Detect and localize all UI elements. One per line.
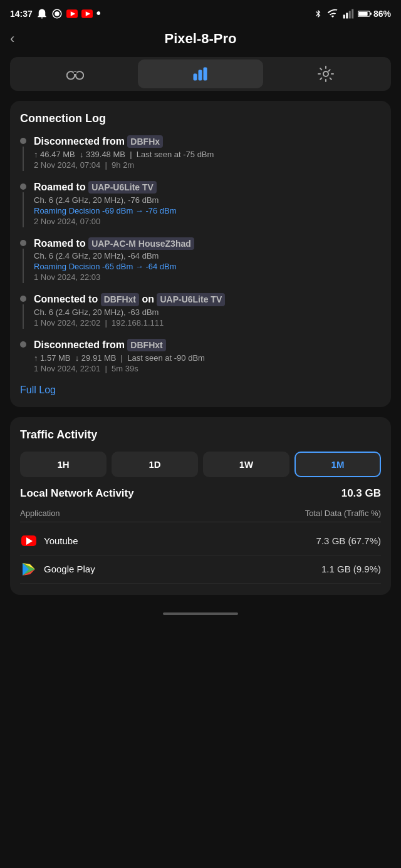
traffic-activity-title: Traffic Activity <box>20 428 381 442</box>
status-bar: 14:37 • 86% <box>0 0 401 24</box>
youtube2-status-icon <box>81 9 93 18</box>
googleplay-app-name: Google Play <box>44 564 321 574</box>
log-date-3: 1 Nov 2024, 22:03 <box>34 272 381 282</box>
wifi-icon <box>326 8 339 19</box>
log-title-3: Roamed to UAP-AC-M HouseZ3had <box>34 237 381 251</box>
log-line-4 <box>23 304 24 329</box>
svg-rect-6 <box>346 13 348 18</box>
col-data: Total Data (Traffic %) <box>305 509 381 518</box>
full-log-link[interactable]: Full Log <box>20 385 381 396</box>
youtube-play-icon <box>21 535 36 546</box>
status-left: 14:37 • <box>10 6 101 21</box>
local-network-header: Local Network Activity 10.3 GB <box>20 487 381 500</box>
log-roaming-3: Roaming Decision -65 dBm → -64 dBm <box>34 262 381 271</box>
log-dot-1 <box>20 138 26 144</box>
notification-icon <box>36 8 48 19</box>
log-type-1: Disconnected from <box>34 136 127 147</box>
signal-icon <box>343 8 354 19</box>
log-content-3: Roamed to UAP-AC-M HouseZ3had Ch. 6 (2.4… <box>34 237 381 284</box>
local-network-value: 10.3 GB <box>341 487 381 500</box>
dot-indicator: • <box>96 6 101 21</box>
log-item-4: Connected to DBFHxt on UAP-U6Lite TV Ch.… <box>20 293 381 329</box>
page-title: Pixel-8-Pro <box>165 31 237 47</box>
log-stats-5: ↑ 1.57 MB ↓ 29.91 MB | Last seen at -90 … <box>34 353 381 363</box>
log-item-2: Roamed to UAP-U6Lite TV Ch. 6 (2.4 GHz, … <box>20 181 381 227</box>
bottom-handle <box>0 605 401 623</box>
filter-1h[interactable]: 1H <box>20 452 107 477</box>
log-ssid-on-4: UAP-U6Lite TV <box>157 293 225 306</box>
log-channel-3: Ch. 6 (2.4 GHz, 20 MHz), -64 dBm <box>34 251 381 261</box>
youtube-app-name: Youtube <box>44 535 316 546</box>
log-dot-col-1 <box>20 135 26 171</box>
log-dot-2 <box>20 183 26 190</box>
log-stats-1: ↑ 46.47 MB ↓ 339.48 MB | Last seen at -7… <box>34 150 381 159</box>
log-dot-col-4 <box>20 293 26 329</box>
filter-1m[interactable]: 1M <box>294 452 381 477</box>
svg-rect-5 <box>343 14 345 18</box>
log-dot-4 <box>20 296 26 302</box>
handle-bar <box>163 612 238 615</box>
log-ssid-1: DBFHx <box>127 135 163 148</box>
youtube-app-data: 7.3 GB (67.7%) <box>316 535 381 546</box>
svg-rect-14 <box>74 72 77 74</box>
battery-icon <box>358 10 372 18</box>
status-right: 86% <box>314 8 391 19</box>
log-ssid-4: DBFHxt <box>101 293 139 306</box>
log-channel-2: Ch. 6 (2.4 GHz, 20 MHz), -76 dBm <box>34 195 381 205</box>
filter-1w[interactable]: 1W <box>203 452 289 477</box>
traffic-activity-card: Traffic Activity 1H 1D 1W 1M Local Netwo… <box>10 417 391 595</box>
app-row-youtube: Youtube 7.3 GB (67.7%) <box>20 527 381 555</box>
googleplay-icon <box>20 561 38 578</box>
log-channel-4: Ch. 6 (2.4 GHz, 20 MHz), -63 dBm <box>34 307 381 317</box>
log-ssid-3: UAP-AC-M HouseZ3had <box>88 237 194 250</box>
log-date-1: 2 Nov 2024, 07:04 | 9h 2m <box>34 160 381 170</box>
tab-chart[interactable] <box>138 59 263 88</box>
filter-1d[interactable]: 1D <box>112 452 198 477</box>
battery-indicator: 86% <box>358 9 391 19</box>
log-type-4: Connected to <box>34 294 101 304</box>
tab-settings[interactable] <box>263 59 388 88</box>
connection-log-title: Connection Log <box>20 112 381 125</box>
log-item-3: Roamed to UAP-AC-M HouseZ3had Ch. 6 (2.4… <box>20 237 381 284</box>
log-roaming-2: Roaming Decision -69 dBm → -76 dBm <box>34 206 381 215</box>
log-dot-5 <box>20 341 26 348</box>
youtube-status-icon <box>66 9 78 18</box>
app-row-googleplay: Google Play 1.1 GB (9.9%) <box>20 555 381 584</box>
googleplay-app-data: 1.1 GB (9.9%) <box>321 564 381 574</box>
connection-log-card: Connection Log Disconnected from DBFHx ↑… <box>10 101 391 407</box>
tab-bar <box>10 57 391 91</box>
time-filter-group: 1H 1D 1W 1M <box>20 452 381 477</box>
log-item-1: Disconnected from DBFHx ↑ 46.47 MB ↓ 339… <box>20 135 381 171</box>
log-on-4: on <box>139 294 157 304</box>
log-content-4: Connected to DBFHxt on UAP-U6Lite TV Ch.… <box>34 293 381 329</box>
svg-rect-10 <box>358 12 367 16</box>
svg-rect-7 <box>349 11 351 18</box>
camera-icon <box>51 8 63 19</box>
log-line-3 <box>23 249 24 284</box>
tab-binoculars[interactable] <box>13 59 138 88</box>
log-line-1 <box>23 147 24 171</box>
svg-rect-17 <box>204 68 207 80</box>
log-content-2: Roamed to UAP-U6Lite TV Ch. 6 (2.4 GHz, … <box>34 181 381 227</box>
log-title-1: Disconnected from DBFHx <box>34 135 381 148</box>
svg-rect-11 <box>370 13 372 14</box>
youtube-icon <box>20 532 38 550</box>
log-date-4: 1 Nov 2024, 22:02 | 192.168.1.111 <box>34 318 381 328</box>
battery-percent: 86% <box>373 9 391 19</box>
log-dot-3 <box>20 240 26 246</box>
googleplay-svg <box>21 562 36 577</box>
log-date-5: 1 Nov 2024, 22:01 | 5m 39s <box>34 364 381 373</box>
svg-rect-8 <box>352 9 353 18</box>
back-button[interactable]: ‹ <box>10 31 14 47</box>
traffic-col-headers: Application Total Data (Traffic %) <box>20 504 381 522</box>
log-dot-col-5 <box>20 339 26 375</box>
log-date-2: 2 Nov 2024, 07:00 <box>34 217 381 226</box>
svg-point-0 <box>55 11 60 16</box>
log-item-5: Disconnected from DBFHxt ↑ 1.57 MB ↓ 29.… <box>20 339 381 375</box>
bluetooth-icon <box>314 8 323 19</box>
log-ssid-5: DBFHxt <box>127 339 165 351</box>
svg-rect-15 <box>194 74 197 80</box>
log-title-5: Disconnected from DBFHxt <box>34 339 381 352</box>
log-title-4: Connected to DBFHxt on UAP-U6Lite TV <box>34 293 381 306</box>
col-application: Application <box>20 509 60 518</box>
